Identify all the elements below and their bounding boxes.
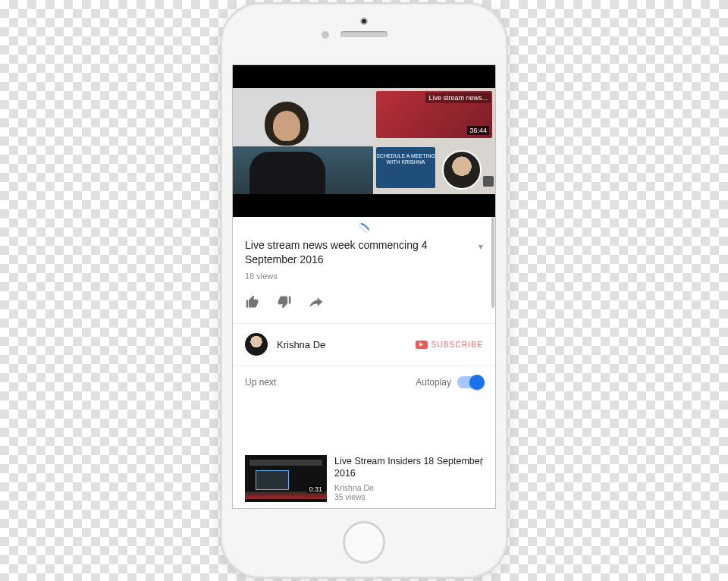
- subscribe-button[interactable]: SUBSCRIBE: [416, 341, 483, 349]
- video-meta[interactable]: Live stream news week commencing 4 Septe…: [233, 231, 495, 287]
- channel-avatar: [245, 333, 268, 356]
- video-title: Live stream news week commencing 4 Septe…: [245, 238, 483, 267]
- up-next-label: Up next: [245, 377, 276, 388]
- item-views: 35 views: [334, 492, 483, 501]
- up-next-row: Up next Autoplay: [233, 366, 495, 396]
- screen: Live stream news... 36:44 SCHEDULE A MEE…: [232, 64, 496, 509]
- phone-camera: [360, 17, 368, 25]
- endcard-link[interactable]: SCHEDULE A MEETING WITH KRISHNA: [376, 147, 435, 188]
- endcard-video-duration: 36:44: [467, 126, 489, 135]
- action-bar: [233, 287, 495, 323]
- autoplay-label: Autoplay: [416, 377, 451, 388]
- edit-icon: [483, 176, 494, 187]
- home-button[interactable]: [343, 521, 385, 564]
- share-button[interactable]: [309, 294, 324, 312]
- subscribe-label: SUBSCRIBE: [431, 341, 483, 349]
- item-channel: Krishna De: [334, 483, 483, 492]
- item-title: Live Stream Insiders 18 September 2016: [334, 455, 483, 480]
- scrollbar[interactable]: [491, 217, 494, 308]
- iphone-device-frame: Live stream news... 36:44 SCHEDULE A MEE…: [220, 2, 508, 579]
- phone-sensor: [322, 31, 329, 39]
- end-screen-cards: Live stream news... 36:44 SCHEDULE A MEE…: [373, 88, 495, 194]
- endcard-link-text: SCHEDULE A MEETING WITH KRISHNA: [376, 153, 435, 165]
- endcard-video[interactable]: Live stream news... 36:44: [376, 91, 492, 138]
- list-item[interactable]: 0:31 Live Stream Insiders 18 September 2…: [233, 449, 495, 508]
- endcard-video-title: Live stream news...: [425, 93, 491, 103]
- dislike-button[interactable]: [277, 294, 292, 312]
- more-icon[interactable]: ⋮: [476, 455, 488, 467]
- video-thumbnail: 0:31: [245, 455, 327, 502]
- view-count: 18 views: [245, 272, 483, 281]
- endcard-avatar[interactable]: [442, 150, 482, 190]
- like-button[interactable]: [245, 294, 260, 312]
- video-info: Live Stream Insiders 18 September 2016 K…: [334, 455, 483, 502]
- up-next-list: 0:31 Live Stream Insiders 18 September 2…: [233, 396, 495, 508]
- video-presenter: [233, 88, 373, 194]
- video-player[interactable]: Live stream news... 36:44 SCHEDULE A MEE…: [233, 65, 495, 217]
- thumbnail-duration: 0:31: [307, 485, 324, 493]
- chevron-down-icon[interactable]: ▾: [479, 241, 483, 252]
- phone-speaker: [340, 31, 388, 37]
- content-area: Live stream news week commencing 4 Septe…: [233, 217, 495, 508]
- channel-name: Krishna De: [277, 339, 416, 350]
- autoplay-toggle[interactable]: [457, 376, 483, 388]
- youtube-icon: [416, 341, 428, 349]
- video-frame: Live stream news... 36:44 SCHEDULE A MEE…: [233, 88, 495, 194]
- channel-row[interactable]: Krishna De SUBSCRIBE: [233, 323, 495, 366]
